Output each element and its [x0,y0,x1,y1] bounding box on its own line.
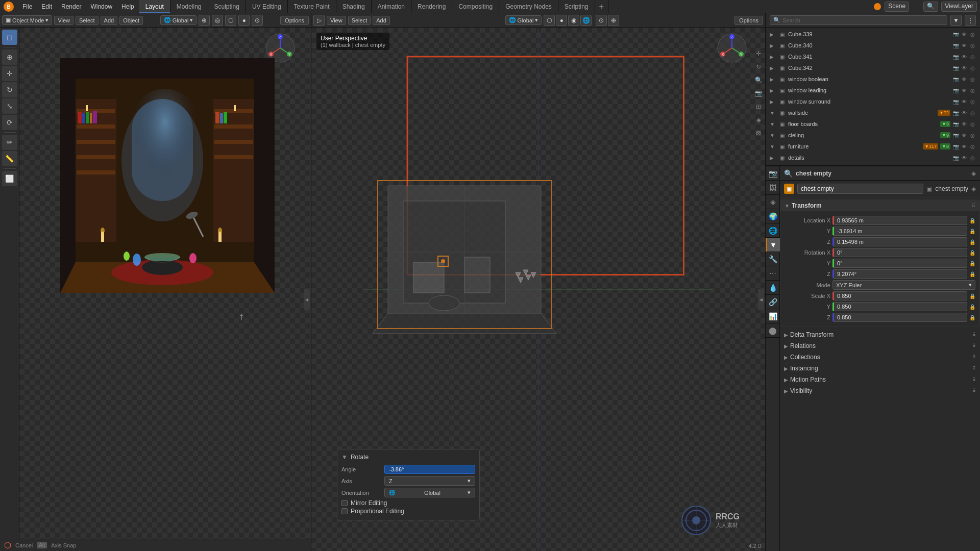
obj-name-options[interactable]: ◈ [971,185,976,192]
viewport-shading-wire[interactable]: ⬡ [225,15,236,26]
center-options-btn[interactable]: Options [734,16,763,25]
outliner-item-cube339[interactable]: ▶ ▣ Cube.339 📷 👁 ◎ [766,29,980,40]
cancel-label[interactable]: Cancel [15,542,33,548]
tab-layout[interactable]: Layout [139,0,170,13]
camera-vis-cube339[interactable]: 📷 [952,31,960,38]
scale-z-input[interactable]: 0.850 [832,313,967,322]
axis-dropdown[interactable]: Z ▾ [384,476,475,486]
rotation-y-input[interactable]: 0° [832,259,967,268]
menu-window[interactable]: Window [86,2,116,11]
transform-orientation[interactable]: 🌐 Global ▾ [160,15,197,25]
eye-vis-ws[interactable]: ◎ [969,98,976,105]
motion-paths-section[interactable]: ▶ Motion Paths ⠿ [780,374,980,385]
rotate-tool-c[interactable]: ↻ [753,61,764,72]
lock-rz-icon[interactable]: 🔒 [969,271,975,277]
viewport-mode-wire[interactable]: ⬡ [544,15,555,26]
eye-vis-cube340[interactable]: ◎ [969,42,976,49]
lock-x-icon[interactable]: 🔒 [969,218,975,223]
scale-y-input[interactable]: 0.850 [832,302,967,311]
add-cube-tool[interactable]: ⬜ [2,171,17,186]
visibility-section[interactable]: ▶ Visibility ⠿ [780,385,980,396]
viewport-overlay[interactable]: ⊙ [252,15,263,26]
search-icon-top[interactable]: 🔍 [923,2,938,12]
menu-edit[interactable]: Edit [37,2,56,11]
render-vis-cube342[interactable]: 👁 [961,64,968,71]
n-panel-toggle[interactable]: ◀ [304,289,310,310]
menu-file[interactable]: File [18,2,36,11]
center-global-selector[interactable]: 🌐 Global ▾ [505,15,542,25]
delta-options-icon[interactable]: ⠿ [972,332,976,337]
gizmo-toggle[interactable]: ⊕ [608,15,619,26]
camera-vis-ws[interactable]: 📷 [952,98,960,105]
outliner-item-window-surround[interactable]: ▶ ▣ window surround 📷 👁 ◎ [766,96,980,107]
relations-section[interactable]: ▶ Relations ⠿ [780,340,980,352]
prop-tab-view-layer[interactable]: ◈ [766,195,780,209]
eye-vis-wallside[interactable]: ◎ [969,109,976,116]
render-vis-cieling[interactable]: 👁 [961,132,968,139]
tab-modeling[interactable]: Modeling [170,0,208,13]
outliner-item-window-leading[interactable]: ▶ ▣ window leading 📷 👁 ◎ [766,85,980,96]
transform-section-header[interactable]: ▼ Transform ⠿ [780,200,979,211]
transform-tool[interactable]: ⟳ [2,115,17,130]
eye-vis-cube339[interactable]: ◎ [969,31,976,38]
camera-vis-cieling[interactable]: 📷 [952,132,960,139]
camera-tool-c[interactable]: 📷 [753,88,764,99]
collapse-rotate-icon[interactable]: ▼ [341,454,348,461]
camera-vis-cube341[interactable]: 📷 [952,53,960,60]
prop-tab-modifier[interactable]: 🔧 [766,252,780,266]
render-vis-cube340[interactable]: 👁 [961,42,968,49]
render-vis-cube339[interactable]: 👁 [961,31,968,38]
rotation-mode-dropdown[interactable]: XYZ Euler ▾ [832,280,975,290]
transform-options-icon[interactable]: ⠿ [972,203,975,208]
collections-section[interactable]: ▶ Collections ⠿ [780,352,980,363]
prop-tab-render[interactable]: 📷 [766,166,780,181]
object-menu[interactable]: Object [119,16,143,25]
tab-shading[interactable]: Shading [336,0,372,13]
viewport-mode-render[interactable]: 🌐 [580,15,592,26]
outliner-filter-btn[interactable]: ▼ [950,15,962,26]
lock-ry-icon[interactable]: 🔒 [969,261,975,266]
instancing-options-icon[interactable]: ⠿ [972,366,976,371]
rotation-x-input[interactable]: 0° [832,248,967,257]
outliner-item-cube340[interactable]: ▶ ▣ Cube.340 📷 👁 ◎ [766,40,980,51]
viewport-mode-material[interactable]: ◉ [568,15,579,26]
lock-sz-icon[interactable]: 🔒 [969,315,975,320]
scale-tool[interactable]: ⤡ [2,98,17,114]
menu-render[interactable]: Render [57,2,85,11]
render-vis-ws[interactable]: 👁 [961,98,968,105]
prop-tab-particles[interactable]: ⋯ [766,266,780,281]
center-n-panel-toggle[interactable]: ◀ [758,289,764,310]
ortho-tool-c[interactable]: ⊞ [753,101,764,112]
tab-scripting[interactable]: Scripting [558,0,595,13]
prop-tab-object[interactable]: ▼ [766,238,780,252]
outliner-item-cube341[interactable]: ▶ ▣ Cube.341 📷 👁 ◎ [766,51,980,62]
relations-options-icon[interactable]: ⠿ [972,343,976,348]
view-menu[interactable]: View [54,16,74,25]
select-menu[interactable]: Select [76,16,99,25]
tab-texture-paint[interactable]: Texture Paint [288,0,336,13]
lock-y-icon[interactable]: 🔒 [969,229,975,234]
mirror-editing-checkbox[interactable] [341,500,348,506]
camera-vis-fb[interactable]: 📷 [952,120,960,128]
prop-tab-material[interactable]: ⬤ [766,323,780,338]
cursor-tool[interactable]: ⊕ [2,49,17,65]
scale-x-input[interactable]: 0.850 [832,291,967,300]
tab-geometry-nodes[interactable]: Geometry Nodes [499,0,558,13]
render-vis-cube341[interactable]: 👁 [961,53,968,60]
render-vis-wb[interactable]: 👁 [961,76,968,83]
move-tool-c[interactable]: ✛ [753,48,764,59]
render-vis-details[interactable]: 👁 [961,154,968,161]
location-x-input[interactable]: 0.93565 m [832,216,967,225]
camera-vis-cube342[interactable]: 📷 [952,64,960,71]
prop-tab-constraints[interactable]: 🔗 [766,295,780,309]
center-viewport-gizmo[interactable]: Z Y X [717,33,747,65]
render-vis-fb[interactable]: 👁 [961,120,968,128]
viewport-mode-solid-c[interactable]: ● [556,15,567,26]
center-view-menu[interactable]: View [327,16,346,25]
annotate-tool[interactable]: ✏ [2,135,17,150]
camera-vis-details[interactable]: 📷 [952,154,960,161]
camera-vis-cube340[interactable]: 📷 [952,42,960,49]
zoom-tool-c[interactable]: 🔍 [753,74,764,86]
mode-selector[interactable]: ▣ Object Mode ▾ [2,15,52,25]
center-select-menu[interactable]: Select [348,16,371,25]
